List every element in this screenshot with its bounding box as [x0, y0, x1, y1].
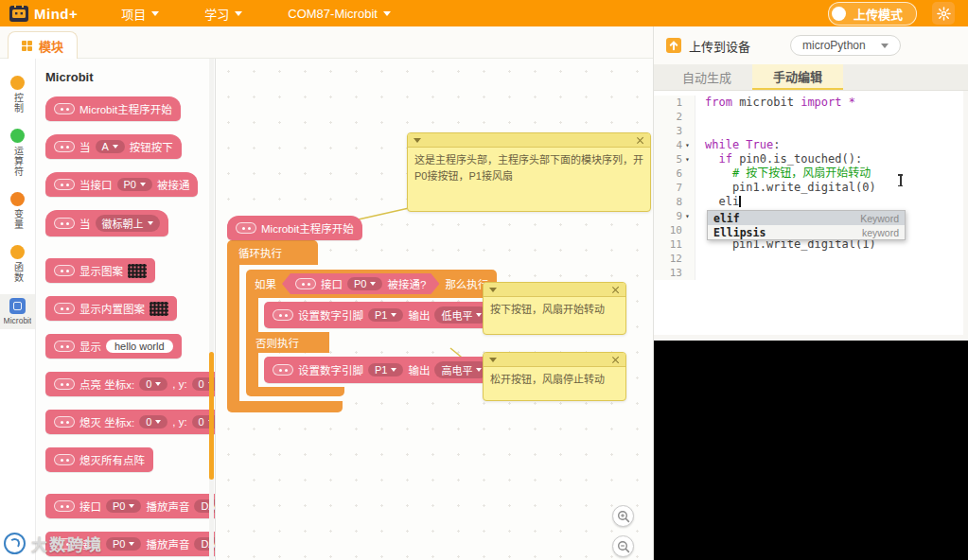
menu-project-label: 项目	[121, 5, 146, 23]
palette-block[interactable]: 点亮 坐标x:0, y:0	[45, 372, 216, 396]
block-label: 熄灭所有点阵	[79, 452, 145, 467]
code-line[interactable]: 8 eli	[654, 195, 963, 209]
fold-arrow-icon[interactable]: ▾	[682, 138, 693, 152]
code-line[interactable]: 2	[654, 110, 963, 124]
code-token: if	[718, 152, 731, 166]
block-text-input[interactable]: hello world	[106, 340, 173, 353]
comment-box-fan-stop[interactable]: 松开按钮，风扇停止转动	[483, 352, 626, 401]
palette-block[interactable]: 当A按钮按下	[45, 134, 182, 159]
block-dropdown[interactable]: A	[96, 140, 125, 153]
autocomplete-item[interactable]: Ellipsiskeyword	[708, 225, 905, 239]
comment-close-icon[interactable]	[636, 136, 644, 145]
block-stack[interactable]: Microbit主程序开始 循环执行 如果 接口 P0 被接通? 那么执行	[227, 216, 497, 412]
category-operators[interactable]: 运算符	[0, 125, 35, 181]
code-line[interactable]: 7 pin1.write_digital(0)	[654, 181, 963, 195]
palette-block[interactable]: Microbit主程序开始	[45, 96, 181, 121]
palette-block[interactable]: 显示图案	[45, 258, 155, 283]
block-dropdown[interactable]: P0	[106, 537, 141, 551]
block-set-digital-low[interactable]: 设置数字引脚 P1 输出 低电平	[264, 302, 497, 328]
category-microbit[interactable]: Microbit	[0, 294, 35, 329]
block-dropdown[interactable]: 徽标朝上	[96, 215, 160, 232]
level-dropdown[interactable]: 高电平	[434, 361, 488, 378]
code-line[interactable]: 4▾while True:	[654, 138, 963, 152]
zoom-in-button[interactable]	[612, 505, 634, 527]
chevron-down-icon	[151, 11, 159, 16]
comment-box-fan-start[interactable]: 按下按钮，风扇开始转动	[483, 282, 626, 335]
block-label: 显示内置图案	[79, 301, 145, 316]
block-dropdown[interactable]: 0	[139, 415, 167, 429]
comment-close-icon[interactable]	[611, 286, 620, 294]
category-functions[interactable]: 函数	[0, 241, 35, 287]
palette-scrollbar-thumb[interactable]	[209, 352, 214, 480]
category-control[interactable]: 控制	[0, 72, 35, 117]
menu-project[interactable]: 项目	[121, 5, 159, 23]
zoom-out-button[interactable]	[612, 535, 634, 557]
tab-manual-edit[interactable]: 手动编辑	[752, 64, 843, 90]
palette-block[interactable]: 熄灭 坐标x:0, y:0	[45, 410, 216, 434]
autocomplete-item[interactable]: elifKeyword	[708, 211, 905, 225]
upload-to-device-button[interactable]: 上传到设备	[665, 37, 750, 55]
code-line[interactable]: 1from microbit import *	[654, 96, 963, 110]
settings-button[interactable]	[932, 2, 955, 25]
menu-bar: 项目 学习 COM87-Microbit	[121, 5, 391, 23]
code-text: pin1.write_digital(0)	[695, 181, 876, 195]
fold-arrow-icon[interactable]: ▾	[682, 209, 693, 223]
block-pin-touched-condition[interactable]: 接口 P0 被接通?	[282, 273, 439, 294]
autocomplete-popup: elifKeywordEllipsiskeyword	[707, 210, 906, 240]
tab-modules[interactable]: 模块	[8, 31, 78, 60]
block-if-else[interactable]: 如果 接口 P0 被接通? 那么执行 设置数字引脚 P	[246, 270, 497, 396]
block-dropdown[interactable]: 0	[139, 377, 167, 391]
menu-device[interactable]: COM87-Microbit	[288, 5, 391, 23]
block-dropdown[interactable]: P0	[106, 499, 141, 513]
port-dropdown[interactable]: P0	[347, 277, 382, 290]
block-label: 显示	[79, 339, 101, 354]
code-line[interactable]: 3	[654, 124, 963, 138]
palette-block[interactable]: 显示内置图案	[45, 296, 177, 321]
palette-scrollbar[interactable]	[209, 59, 214, 560]
tab-auto-generate[interactable]: 自动生成	[661, 64, 752, 90]
fold-arrow-icon[interactable]: ▾	[682, 152, 693, 166]
palette-block[interactable]: 接口P0播放声音DADA	[45, 494, 216, 518]
code-text: while True:	[695, 138, 781, 152]
comment-collapse-icon[interactable]	[489, 288, 497, 292]
line-gutter: 10	[654, 223, 695, 237]
palette-block[interactable]: 当接口P0被接通	[45, 172, 198, 197]
comment-box-main[interactable]: 这是主程序头部，主程序头部下面的模块序列，开 P0接按钮，P1接风扇	[407, 132, 651, 212]
level-dropdown[interactable]: 低电平	[434, 306, 488, 324]
mindplus-logo[interactable]: Mind+	[9, 4, 78, 23]
block-main-start[interactable]: Microbit主程序开始	[227, 216, 362, 240]
line-number: 8	[676, 195, 682, 209]
serial-console	[654, 341, 968, 560]
language-select[interactable]: microPython	[790, 35, 901, 56]
code-editor[interactable]: 1from microbit import *234▾while True:5▾…	[654, 91, 963, 335]
comment-close-icon[interactable]	[611, 356, 620, 364]
block-dropdown[interactable]: P0	[117, 178, 152, 191]
palette-block[interactable]: 当徽标朝上	[45, 210, 168, 236]
block-set-digital-high[interactable]: 设置数字引脚 P1 输出 高电平	[264, 357, 497, 383]
palette-header: Microbit	[45, 70, 215, 84]
menu-learn[interactable]: 学习	[204, 5, 242, 23]
code-text: eli	[695, 195, 741, 209]
code-line[interactable]: 6 # 按下按钮，风扇开始转动	[654, 166, 963, 181]
pin-dropdown[interactable]: P1	[368, 363, 403, 376]
category-variables[interactable]: 变量	[0, 188, 35, 234]
chip-oval-icon	[54, 218, 75, 229]
code-line[interactable]: 5▾ if pin0.is_touched():	[654, 152, 963, 166]
comment-collapse-icon[interactable]	[414, 138, 421, 143]
block-label: 播放声音	[146, 536, 189, 551]
then-body: 设置数字引脚 P1 输出 低电平	[246, 298, 497, 332]
comment-collapse-icon[interactable]	[489, 358, 497, 362]
code-token: # 按下按钮，风扇开始转动	[705, 166, 871, 180]
workspace-canvas[interactable]: Microbit主程序开始 循环执行 如果 接口 P0 被接通? 那么执行	[216, 59, 653, 560]
chip-oval-icon	[295, 278, 316, 289]
palette-block[interactable]: 熄灭所有点阵	[45, 447, 153, 472]
code-line[interactable]: 13	[654, 266, 963, 280]
block-forever-loop[interactable]: 循环执行 如果 接口 P0 被接通? 那么执行	[227, 240, 497, 412]
code-token	[705, 152, 718, 166]
zoom-in-icon	[617, 510, 630, 523]
line-gutter: 9▾	[654, 209, 695, 223]
pin-dropdown[interactable]: P1	[368, 308, 403, 322]
upload-mode-toggle[interactable]: 上传模式	[828, 2, 917, 26]
code-line[interactable]: 12	[654, 252, 963, 266]
palette-block[interactable]: 显示hello world	[45, 334, 182, 359]
